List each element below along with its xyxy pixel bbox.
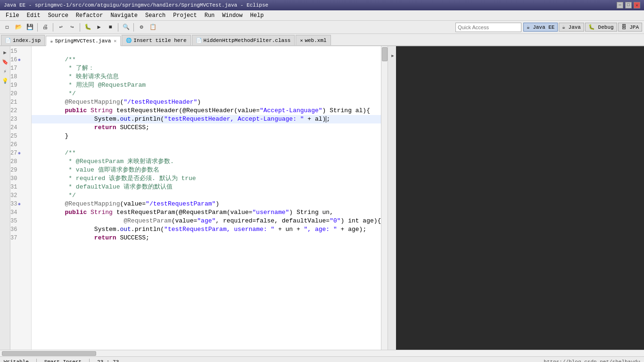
menu-item-help[interactable]: Help	[247, 11, 268, 20]
menu-item-refactor[interactable]: Refactor	[72, 11, 107, 20]
code-line-37: return SUCCESS;	[35, 234, 381, 242]
sidebar-icon-1[interactable]: ▶	[1, 48, 9, 57]
code-area[interactable]: /** * 了解： * 映射请求头信息 * 用法同 @RequestParam …	[32, 46, 381, 350]
status-position: 23 : 73	[97, 359, 119, 362]
toolbar-redo[interactable]: ↪	[67, 22, 77, 33]
menu-item-navigate[interactable]: Navigate	[107, 11, 141, 20]
tab-index[interactable]: 📄index.jsp	[1, 35, 45, 45]
sidebar-icon-2[interactable]: 🔖	[1, 58, 9, 66]
code-line-27: /**	[35, 149, 381, 157]
line-num-34: 34	[10, 208, 28, 217]
toolbar-sep-1	[37, 23, 38, 32]
code-line-31: * defaultValue 请求参数的默认值	[35, 183, 381, 191]
quick-access-area: ☕ Java EE☕ Java🐛 Debug🗄 JPA	[455, 23, 642, 32]
toolbar-open[interactable]: 📂	[13, 22, 24, 33]
tab-label-hiddenhttpfilter: HiddenHttpMethodFilter.class	[204, 38, 291, 43]
watermark-text: https://blog.csdn.net/shelbaydu	[544, 359, 640, 362]
line-num-30: 30	[10, 174, 28, 183]
toolbar-run[interactable]: ▶	[94, 22, 104, 33]
code-line-26	[35, 140, 381, 149]
tab-webxml[interactable]: ✕web.xml	[296, 35, 330, 45]
code-line-36: System.out.println("testRequestParam, us…	[35, 225, 381, 234]
menu-item-search[interactable]: Search	[141, 11, 169, 20]
perspective-btn-java-ee[interactable]: ☕ Java EE	[523, 23, 558, 32]
toolbar-sep-4	[118, 23, 118, 32]
line-num-24: 24	[10, 123, 28, 132]
close-button[interactable]: ✕	[634, 2, 640, 8]
toolbar-save[interactable]: 💾	[25, 22, 35, 33]
tab-icon-inserttitle: 🌐	[126, 38, 132, 43]
toolbar-new[interactable]: ◻	[2, 22, 12, 33]
menu-item-edit[interactable]: Edit	[23, 11, 44, 20]
sidebar-icon-4[interactable]: 💡	[1, 76, 9, 85]
toolbar: ◻ 📂 💾 🖨 ↩ ↪ 🐛 ▶ ■ 🔍 ⚙ 📋 ☕ Java EE☕ Java🐛…	[0, 21, 644, 34]
toolbar-misc1[interactable]: ⚙	[136, 22, 147, 33]
tab-hiddenhttpfilter[interactable]: 📄HiddenHttpMethodFilter.class	[192, 35, 295, 45]
task-list-icon[interactable]: ▶	[388, 46, 396, 65]
tab-label-index: index.jsp	[13, 38, 41, 43]
toolbar-undo[interactable]: ↩	[56, 22, 66, 33]
code-line-20: */	[35, 90, 381, 98]
line-num-25: 25	[10, 132, 28, 140]
quick-access-input[interactable]	[455, 23, 521, 32]
tab-inserttitle[interactable]: 🌐Insert title here	[122, 35, 190, 45]
menu-item-project[interactable]: Project	[169, 11, 200, 20]
line-num-27: 27◉	[10, 149, 28, 157]
tab-label-webxml: web.xml	[305, 38, 326, 43]
perspective-btn-java[interactable]: ☕ Java	[559, 23, 584, 32]
code-line-35: @RequestParam(value="age", required=fals…	[35, 217, 381, 225]
line-num-36: 36	[10, 225, 28, 234]
code-line-24: return SUCCESS;	[35, 123, 381, 132]
code-line-22: public String testRequestHeader(@Request…	[35, 107, 381, 115]
titlebar-controls: ─ □ ✕	[617, 2, 640, 8]
sidebar-icon-3[interactable]: ⚡	[1, 67, 9, 75]
line-num-17: 17	[10, 64, 28, 73]
toolbar-search[interactable]: 🔍	[121, 22, 131, 33]
maximize-button[interactable]: □	[625, 2, 632, 8]
code-line-29: * value 值即请求参数的参数名	[35, 166, 381, 174]
code-line-15	[35, 47, 381, 56]
toolbar-misc2[interactable]: 📋	[148, 22, 158, 33]
code-line-32: */	[35, 191, 381, 200]
line-num-19: 19	[10, 81, 28, 90]
scrollbar-thumb[interactable]	[382, 47, 388, 61]
menubar: FileEditSourceRefactorNavigateSearchProj…	[0, 10, 644, 21]
statusbar: Writable Smart Insert 23 : 73 https://bl…	[0, 356, 644, 362]
main-layout: ▶ 🔖 ⚡ 💡 1516◉1718192021222324252627◉2829…	[0, 46, 644, 350]
code-line-30: * required 该参数是否必须. 默认为 true	[35, 174, 381, 183]
menu-item-window[interactable]: Window	[218, 11, 246, 20]
code-line-34: public String testRequestParam(@RequestP…	[35, 208, 381, 217]
hscroll-thumb[interactable]	[2, 351, 96, 356]
tab-label-springmvctest: SpringMVCTest.java	[55, 38, 111, 44]
toolbar-sep-2	[53, 23, 53, 32]
tab-icon-webxml: ✕	[300, 38, 303, 43]
toolbar-print[interactable]: 🖨	[40, 22, 50, 33]
code-line-18: * 映射请求头信息	[35, 73, 381, 81]
line-num-23: 23	[10, 115, 28, 123]
tab-close-springmvctest[interactable]: ✕	[114, 38, 116, 44]
line-num-29: 29	[10, 166, 28, 174]
code-line-33: @RequestMapping(value="/testRequestParam…	[35, 200, 381, 208]
code-line-19: * 用法同 @RequestParam	[35, 81, 381, 90]
perspective-btn-debug[interactable]: 🐛 Debug	[585, 23, 617, 32]
menu-item-file[interactable]: File	[2, 11, 23, 20]
far-right-sidebar: ▶	[388, 46, 396, 350]
toolbar-sep-3	[80, 23, 80, 32]
line-num-16: 16◉	[10, 56, 28, 64]
minimize-button[interactable]: ─	[617, 2, 623, 8]
toolbar-debug[interactable]: 🐛	[83, 22, 93, 33]
line-num-18: 18	[10, 73, 28, 81]
vertical-scrollbar[interactable]	[381, 46, 388, 350]
horizontal-scrollbar[interactable]	[0, 350, 644, 356]
menu-item-source[interactable]: Source	[44, 11, 72, 20]
toolbar-stop[interactable]: ■	[105, 22, 116, 33]
tab-icon-hiddenhttpfilter: 📄	[196, 38, 202, 43]
code-line-17: * 了解：	[35, 64, 381, 73]
status-sep-2	[89, 359, 90, 362]
tab-springmvctest[interactable]: ☕SpringMVCTest.java✕	[46, 36, 121, 46]
line-num-32: 32	[10, 191, 28, 200]
perspective-btn-jpa[interactable]: 🗄 JPA	[618, 23, 642, 32]
status-sep-1	[36, 359, 37, 362]
tab-icon-index: 📄	[5, 38, 11, 43]
menu-item-run[interactable]: Run	[201, 11, 219, 20]
